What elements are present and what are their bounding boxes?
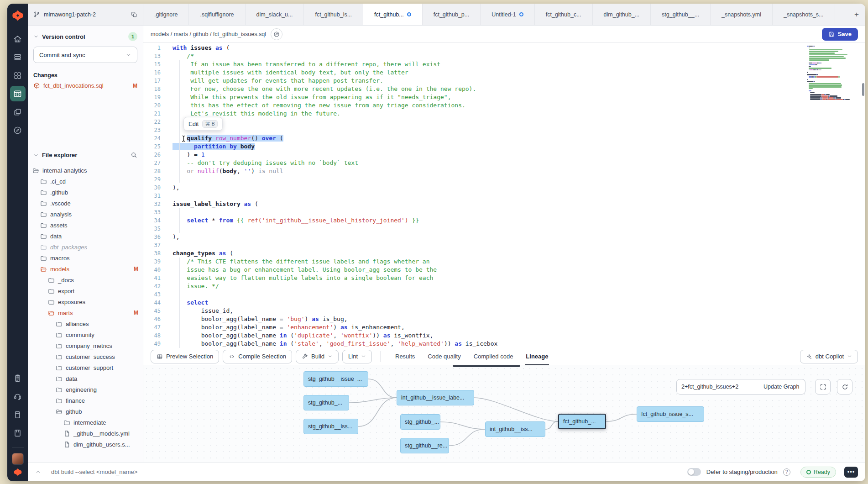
line-number[interactable]: 13 [143,52,166,60]
rail-item-tasks[interactable] [10,370,26,386]
line-number[interactable]: 30 [143,184,166,192]
lineage-node-stg_github__re[interactable]: stg_github__re... [400,438,449,453]
line-number[interactable]: 31 [143,192,166,200]
line-number[interactable]: 27 [143,159,166,167]
file-dim_github_users.s...[interactable]: dim_github_users.s... [28,439,143,450]
save-button[interactable]: Save [822,28,858,41]
line-number[interactable]: 35 [143,225,166,233]
lint-button[interactable]: Lint [342,350,372,363]
line-number[interactable]: 43 [143,290,166,299]
rail-item-new-window[interactable] [10,104,26,120]
line-number[interactable]: 34 [143,216,166,225]
tab-dim_github_[interactable]: dim_github_... [593,4,651,25]
folder-company_metrics[interactable]: company_metrics [28,340,143,351]
fullscreen-button[interactable] [815,379,831,395]
rail-item-docs[interactable] [10,407,26,422]
folder-macros[interactable]: macros [28,253,143,263]
cli-command[interactable]: dbt build --select <model_name> [51,468,137,475]
panel-tab-lineage[interactable]: Lineage [519,348,554,365]
changed-file[interactable]: fct_dbt_invocations.sqlM [28,80,143,91]
rail-item-apps[interactable] [10,68,26,83]
code-editor[interactable]: 1with issues as (13 /*15 If an issue has… [143,43,865,348]
scrollbar-thumb[interactable] [862,83,864,96]
new-tab-button[interactable]: + [848,4,865,25]
folder-github[interactable]: github [28,406,143,417]
more-options-button[interactable]: ••• [844,467,858,478]
line-number[interactable]: 39 [143,258,166,266]
folder-marts[interactable]: martsM [28,307,143,318]
dbt-logo-icon[interactable] [11,9,24,22]
rail-item-deploy[interactable] [10,49,26,65]
folder-.github[interactable]: .github [28,187,143,198]
lineage-node-stg_github__issue_[interactable]: stg_github__issue_... [303,371,368,387]
tab-sqlfluffignore[interactable]: .sqlfluffignore [189,4,245,25]
line-number[interactable]: 21 [143,110,166,118]
line-number[interactable]: 28 [143,167,166,175]
tab-fct_github_p[interactable]: fct_github_p... [423,4,481,25]
version-control-header[interactable]: Version control 1 [28,26,143,45]
folder-export[interactable]: export [28,285,143,296]
tab-fct_github[interactable]: fct_github... [363,4,423,25]
folder-engineering[interactable]: engineering [28,384,143,395]
rail-item-develop[interactable] [10,86,26,101]
line-number[interactable]: 40 [143,266,166,274]
line-number[interactable]: 49 [143,340,166,348]
preview-selection-button[interactable]: Preview Selection [151,350,219,363]
tab-_snapshots_s[interactable]: _snapshots_s... [773,4,835,25]
line-number[interactable]: 23 [143,126,166,134]
folder-_docs[interactable]: _docs [28,274,143,285]
open-docs-button[interactable] [271,28,282,40]
lineage-node-stg_github_[interactable]: stg_github_... [303,395,349,410]
folder-finance[interactable]: finance [28,395,143,406]
folder-community[interactable]: community [28,329,143,340]
folder-customer_support[interactable]: customer_support [28,362,143,373]
folder-data[interactable]: data [28,373,143,384]
tab-fct_github_is[interactable]: fct_github_is... [304,4,363,25]
folder-assets[interactable]: assets [28,220,143,231]
folder-intermediate[interactable]: intermediate [28,417,143,428]
line-number[interactable]: 19 [143,93,166,101]
avatar[interactable] [12,453,24,465]
lineage-selector-input[interactable] [676,379,758,395]
file-_github__models.yml[interactable]: _github__models.yml [28,428,143,439]
line-number[interactable]: 26 [143,151,166,159]
line-number[interactable]: 33 [143,208,166,216]
line-number[interactable]: 42 [143,282,166,290]
tab-Untitled-1[interactable]: Untitled-1 [481,4,535,25]
compile-selection-button[interactable]: Compile Selection [223,350,292,363]
line-number[interactable]: 45 [143,307,166,315]
tab-_snapshotsyml[interactable]: _snapshots.yml [711,4,773,25]
tab-stg_github__[interactable]: stg_github__... [651,4,711,25]
lineage-node-stg_github__iss[interactable]: stg_github__iss... [303,419,358,434]
rail-item-changelog[interactable] [10,425,26,441]
folder-.ci_cd[interactable]: .ci_cd [28,176,143,187]
lineage-node-int_github__issue_labe[interactable]: int_github__issue_labe... [397,390,474,405]
line-number[interactable]: 47 [143,323,166,331]
line-number[interactable]: 38 [143,249,166,258]
copy-icon[interactable] [131,11,137,18]
refresh-graph-button[interactable] [837,379,852,395]
rail-item-support[interactable] [10,389,26,404]
line-number[interactable]: 29 [143,175,166,184]
line-number[interactable]: 15 [143,60,166,68]
panel-tab-compiled-code[interactable]: Compiled code [467,348,520,365]
file-explorer-header[interactable]: File explorer [28,145,143,162]
line-number[interactable]: 25 [143,142,166,151]
lineage-node-stg_github_[interactable]: stg_github_... [400,414,440,430]
panel-tab-code-quality[interactable]: Code quality [421,348,467,365]
line-number[interactable]: 32 [143,200,166,208]
line-number[interactable]: 22 [143,118,166,126]
line-number[interactable]: 36 [143,233,166,241]
search-icon[interactable] [131,152,137,158]
lineage-node-int_github__iss[interactable]: int_github__iss... [485,421,545,437]
tab-dim_slack_u[interactable]: dim_slack_u... [246,4,304,25]
dbt-copilot-button[interactable]: dbt Copilot [800,350,858,363]
defer-toggle[interactable] [687,468,701,476]
lineage-node-fct_github_[interactable]: fct_github_... [558,414,606,429]
edit-tooltip[interactable]: Edit ⌘ B [183,117,223,131]
line-number[interactable]: 48 [143,331,166,340]
tab-gitignore[interactable]: .gitignore [143,4,189,25]
folder-exposures[interactable]: exposures [28,296,143,307]
folder-dbt_packages[interactable]: dbt_packages [28,242,143,253]
build-button[interactable]: Build [296,350,339,363]
